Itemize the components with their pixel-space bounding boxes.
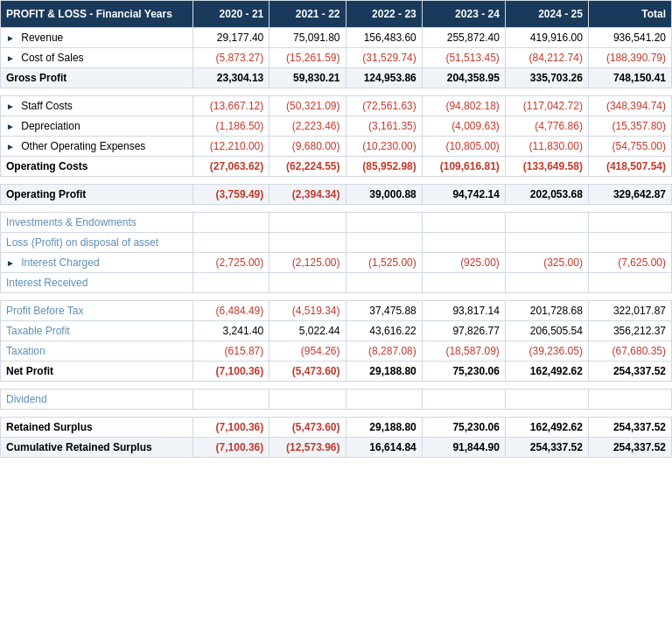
ooe-2020: (12,210.00) — [193, 137, 270, 157]
expand-icon: ► — [6, 33, 15, 43]
ic-2020: (2,725.00) — [193, 253, 270, 273]
np-total: 254,337.52 — [588, 362, 671, 382]
rs-2021: (5,473.60) — [270, 418, 346, 438]
spacer-2 — [1, 177, 672, 185]
operating-costs-row: Operating Costs (27,063.62) (62,224.55) … — [1, 157, 672, 177]
loss-disposal-label: Loss (Profit) on disposal of asset — [1, 233, 193, 253]
other-opex-label: ► Other Operating Expenses — [1, 137, 193, 157]
inv-total — [588, 213, 671, 233]
expand-icon: ► — [6, 258, 15, 268]
rs-2023: 75,230.06 — [422, 418, 505, 438]
div-2024 — [505, 390, 588, 410]
np-2023: 75,230.06 — [422, 362, 505, 382]
sc-2023: (94,802.18) — [422, 96, 505, 116]
staff-costs-label: ► Staff Costs — [1, 96, 193, 116]
cr-total: 254,337.52 — [588, 438, 671, 458]
tp-2020: 3,241.40 — [193, 321, 270, 341]
depreciation-row[interactable]: ► Depreciation (1,186.50) (2,223.46) (3,… — [1, 116, 672, 137]
spacer-1 — [1, 88, 672, 96]
gross-profit-row: Gross Profit 23,304.13 59,830.21 124,953… — [1, 68, 672, 88]
cr-2022: 16,614.84 — [346, 438, 422, 458]
rs-2024: 162,492.62 — [505, 418, 588, 438]
investments-label: Investments & Endowments — [1, 213, 193, 233]
op-2021: (2,394.34) — [270, 185, 346, 205]
dividend-label: Dividend — [1, 390, 193, 410]
inv-2020 — [193, 213, 270, 233]
pbt-2021: (4,519.34) — [270, 301, 346, 321]
spacer-6 — [1, 410, 672, 418]
oc-total: (418,507.54) — [588, 157, 671, 177]
staff-costs-row[interactable]: ► Staff Costs (13,667.12) (50,321.09) (7… — [1, 96, 672, 116]
ic-2023: (925.00) — [422, 253, 505, 273]
investments-row: Investments & Endowments — [1, 213, 672, 233]
dep-2021: (2,223.46) — [270, 116, 346, 137]
sc-2022: (72,561.63) — [346, 96, 422, 116]
cr-2021: (12,573.96) — [270, 438, 346, 458]
dep-2024: (4,776.86) — [505, 116, 588, 137]
tax-2022: (8,287.08) — [346, 341, 422, 362]
expand-icon: ► — [6, 142, 15, 151]
revenue-row[interactable]: ► Revenue 29,177.40 75,091.80 156,483.60… — [1, 28, 672, 48]
interest-charged-label: ► Interest Charged — [1, 253, 193, 273]
tax-2023: (18,587.09) — [422, 341, 505, 362]
gp-2022: 124,953.86 — [346, 68, 422, 88]
profit-before-tax-row: Profit Before Tax (6,484.49) (4,519.34) … — [1, 301, 672, 321]
revenue-2023: 255,872.40 — [422, 28, 505, 48]
interest-charged-row[interactable]: ► Interest Charged (2,725.00) (2,125.00)… — [1, 253, 672, 273]
ir-total — [588, 273, 671, 293]
other-opex-row[interactable]: ► Other Operating Expenses (12,210.00) (… — [1, 137, 672, 157]
taxation-label: Taxation — [1, 341, 193, 362]
gp-2023: 204,358.95 — [422, 68, 505, 88]
ld-2022 — [346, 233, 422, 253]
div-total — [588, 390, 671, 410]
header-2020: 2020 - 21 — [193, 1, 270, 28]
op-total: 329,642.87 — [588, 185, 671, 205]
dep-2023: (4,009.63) — [422, 116, 505, 137]
cos-2021: (15,261.59) — [270, 48, 346, 68]
header-2022: 2022 - 23 — [346, 1, 422, 28]
gp-2020: 23,304.13 — [193, 68, 270, 88]
revenue-2021: 75,091.80 — [270, 28, 346, 48]
inv-2023 — [422, 213, 505, 233]
div-2021 — [270, 390, 346, 410]
revenue-2024: 419,916.00 — [505, 28, 588, 48]
retained-surplus-row: Retained Surplus (7,100.36) (5,473.60) 2… — [1, 418, 672, 438]
gp-total: 748,150.41 — [588, 68, 671, 88]
ld-2020 — [193, 233, 270, 253]
oc-2024: (133,649.58) — [505, 157, 588, 177]
oc-2023: (109,616.81) — [422, 157, 505, 177]
net-profit-label: Net Profit — [1, 362, 193, 382]
revenue-total: 936,541.20 — [588, 28, 671, 48]
expand-icon: ► — [6, 53, 15, 63]
ooe-2022: (10,230.00) — [346, 137, 422, 157]
ir-2023 — [422, 273, 505, 293]
gp-2021: 59,830.21 — [270, 68, 346, 88]
np-2020: (7,100.36) — [193, 362, 270, 382]
rs-2022: 29,188.80 — [346, 418, 422, 438]
op-2023: 94,742.14 — [422, 185, 505, 205]
taxable-profit-label: Taxable Profit — [1, 321, 193, 341]
operating-profit-row: Operating Profit (3,759.49) (2,394.34) 3… — [1, 185, 672, 205]
np-2022: 29,188.80 — [346, 362, 422, 382]
pbt-2024: 201,728.68 — [505, 301, 588, 321]
revenue-2020: 29,177.40 — [193, 28, 270, 48]
ic-2022: (1,525.00) — [346, 253, 422, 273]
interest-received-row: Interest Received — [1, 273, 672, 293]
pbt-2023: 93,817.14 — [422, 301, 505, 321]
header-title: PROFIT & LOSS - Financial Years — [1, 1, 193, 28]
tax-2020: (615.87) — [193, 341, 270, 362]
sc-2021: (50,321.09) — [270, 96, 346, 116]
dep-total: (15,357.80) — [588, 116, 671, 137]
header-2024: 2024 - 25 — [505, 1, 588, 28]
ld-2024 — [505, 233, 588, 253]
ir-2024 — [505, 273, 588, 293]
cost-of-sales-row[interactable]: ► Cost of Sales (5,873.27) (15,261.59) (… — [1, 48, 672, 68]
ooe-2021: (9,680.00) — [270, 137, 346, 157]
gross-profit-label: Gross Profit — [1, 68, 193, 88]
cr-2020: (7,100.36) — [193, 438, 270, 458]
rs-2020: (7,100.36) — [193, 418, 270, 438]
pbt-2020: (6,484.49) — [193, 301, 270, 321]
np-2021: (5,473.60) — [270, 362, 346, 382]
cos-2020: (5,873.27) — [193, 48, 270, 68]
tax-2024: (39,236.05) — [505, 341, 588, 362]
